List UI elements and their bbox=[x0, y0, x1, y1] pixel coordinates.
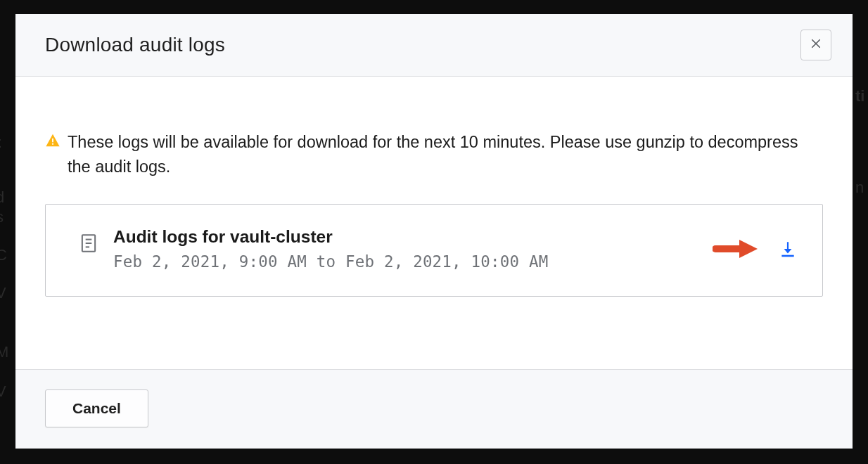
warning-text: These logs will be available for downloa… bbox=[68, 130, 823, 180]
warning-icon bbox=[45, 133, 60, 148]
download-icon[interactable] bbox=[779, 240, 797, 258]
modal-header: Download audit logs bbox=[15, 14, 853, 77]
log-info: Audit logs for vault-cluster Feb 2, 2021… bbox=[113, 227, 697, 271]
download-audit-logs-modal: Download audit logs These logs will be a… bbox=[15, 14, 853, 449]
modal-body: These logs will be available for downloa… bbox=[15, 77, 853, 369]
log-date-range: Feb 2, 2021, 9:00 AM to Feb 2, 2021, 10:… bbox=[113, 252, 697, 271]
audit-log-card: Audit logs for vault-cluster Feb 2, 2021… bbox=[45, 204, 823, 297]
close-icon bbox=[810, 37, 822, 53]
modal-title: Download audit logs bbox=[45, 34, 225, 56]
annotation-arrow bbox=[713, 238, 758, 259]
svg-rect-2 bbox=[52, 138, 53, 143]
cancel-button[interactable]: Cancel bbox=[45, 389, 148, 427]
document-icon bbox=[79, 233, 98, 253]
warning-message: These logs will be available for downloa… bbox=[45, 130, 823, 180]
svg-point-3 bbox=[52, 143, 53, 145]
svg-marker-9 bbox=[739, 240, 758, 258]
svg-rect-10 bbox=[781, 254, 793, 257]
log-title: Audit logs for vault-cluster bbox=[113, 227, 697, 247]
modal-footer: Cancel bbox=[15, 369, 853, 449]
close-button[interactable] bbox=[800, 30, 831, 60]
